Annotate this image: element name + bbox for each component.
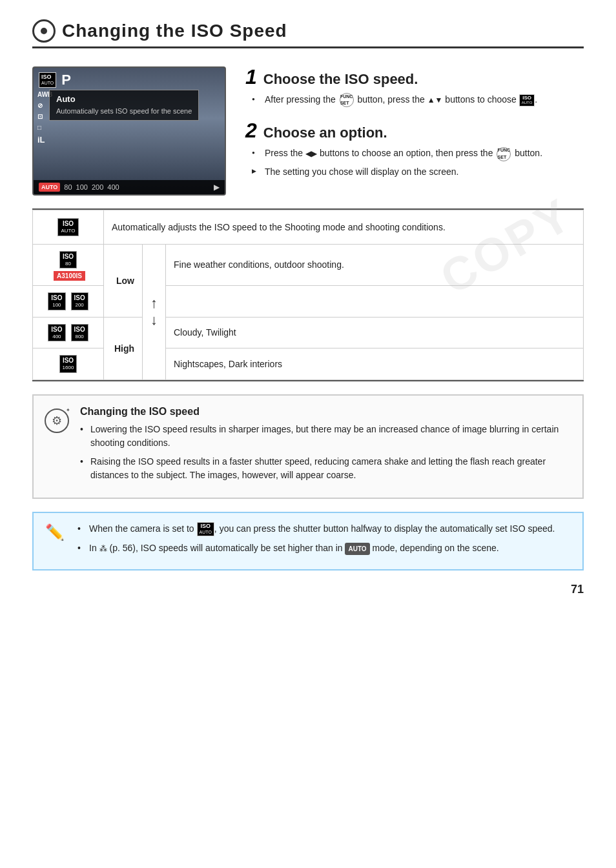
- iso-auto-badge-table: ISOAUTO: [57, 218, 78, 236]
- iso-200-badge: ISO200: [71, 292, 88, 310]
- tips-box: ⚙ Changing the ISO speed Lowering the IS…: [32, 394, 584, 499]
- step2-header: 2 Choose an option.: [245, 120, 584, 141]
- step2: 2 Choose an option. Press the ◀▶ buttons…: [245, 120, 584, 178]
- scene-mode-icon: ⁂: [99, 543, 107, 554]
- camera-mode-p: P: [61, 72, 71, 88]
- up-arrow-icon: ↑: [150, 295, 158, 312]
- iso-1600-label: ISO1600: [33, 348, 104, 380]
- iso-400-800-desc: Cloudy, Twilight: [166, 317, 584, 348]
- iso-1600-badge: ISO1600: [59, 355, 77, 373]
- iso-80-badge: ISO80: [59, 251, 77, 269]
- func-set-btn2-icon: FUNCSET: [497, 147, 511, 161]
- iso-auto-label-cell: ISOAUTO: [33, 210, 104, 245]
- iso-100: 100: [76, 183, 88, 191]
- step1-number: 1: [245, 66, 257, 87]
- auto-mode-badge: AUTO: [345, 543, 369, 555]
- circle-inner: [41, 28, 47, 34]
- step1-bullets: After pressing the FUNCSET button, press…: [245, 93, 584, 107]
- step2-bullet1: Press the ◀▶ buttons to choose an option…: [252, 146, 584, 161]
- iso-800-badge: ISO800: [71, 324, 88, 342]
- tips-list: Lowering the ISO speed results in sharpe…: [80, 423, 570, 482]
- a3100is-badge: A3100IS: [54, 271, 85, 281]
- level-low: Low: [104, 244, 143, 317]
- iso-table-section: ISOAUTO Automatically adjusts the ISO sp…: [32, 208, 584, 381]
- iso-low-row: ISO80 A3100IS Low ↑ ↓ Fine weather condi…: [33, 244, 584, 286]
- header-circle-icon: [32, 19, 56, 43]
- arrow-right-icon: ▶: [214, 183, 220, 192]
- notes-icon: ✏️: [45, 522, 68, 560]
- iso-auto-btn: AUTO: [39, 183, 60, 192]
- step1-bullet1: After pressing the FUNCSET button, press…: [252, 93, 584, 107]
- tips-gear-icon: ⚙: [45, 409, 69, 433]
- iso-auto-note-icon: ISOAUTO: [197, 522, 214, 536]
- note-item-1: When the camera is set to ISOAUTO, you c…: [77, 522, 555, 536]
- tip-item-2: Raising the ISO speed results in a faste…: [80, 455, 570, 482]
- quality-icon: iL: [37, 135, 52, 145]
- iso-400-800-row: ISO400 ISO800 High Cloudy, Twilight: [33, 317, 584, 348]
- iso-400-800-label: ISO400 ISO800: [33, 317, 104, 348]
- up-down-arrow-icon: ▲▼: [427, 96, 443, 105]
- step2-bullet2: The setting you chose will display on th…: [252, 165, 584, 179]
- iso-auto-desc-cell: Automatically adjusts the ISO speed to t…: [104, 210, 584, 245]
- iso-auto-inline-icon: ISOAUTO: [519, 94, 535, 106]
- iso-400-badge: ISO400: [48, 324, 65, 342]
- iso-1600-desc: Nightscapes, Dark interiors: [166, 348, 584, 380]
- camera-top-bar: ISOAUTO P: [34, 68, 225, 92]
- camera-screen: ISOAUTO P AWB ⊘ ⊡ □ iL Auto Automaticall…: [34, 68, 225, 194]
- down-arrow-icon: ↓: [150, 312, 158, 328]
- step2-number: 2: [245, 120, 257, 141]
- iso-auto-badge: ISOAUTO: [39, 72, 56, 87]
- iso-100-badge: ISO100: [48, 292, 65, 310]
- iso-100-200-label: ISO100 ISO200: [33, 286, 104, 318]
- tips-content: Changing the ISO speed Lowering the ISO …: [80, 406, 570, 487]
- iso-low-desc: Fine weather conditions, outdoor shootin…: [166, 244, 584, 286]
- iso-table: ISOAUTO Automatically adjusts the ISO sp…: [32, 210, 584, 380]
- menu-selected-item: Auto: [56, 94, 192, 104]
- camera-bottom-bar: AUTO 80 100 200 400 ▶: [34, 180, 225, 194]
- page-container: COPY Changing the ISO Speed ISOAUTO P AW…: [0, 0, 616, 609]
- iso-80-label: ISO80 A3100IS: [33, 244, 104, 286]
- tips-title: Changing the ISO speed: [80, 406, 570, 418]
- camera-menu-popup: Auto Automatically sets ISO speed for th…: [49, 90, 199, 121]
- func-set-btn-icon: FUNCSET: [340, 93, 354, 107]
- pencil-icon: ✏️: [45, 523, 65, 541]
- page-title: Changing the ISO Speed: [62, 21, 287, 41]
- page-header: Changing the ISO Speed: [32, 19, 584, 48]
- note-item-2: In ⁂ (p. 56), ISO speeds will automatica…: [77, 541, 555, 555]
- left-right-arrow-icon: ◀▶: [305, 150, 317, 159]
- tip-item-1: Lowering the ISO speed results in sharpe…: [80, 423, 570, 450]
- timer-icon: □: [37, 124, 52, 131]
- notes-content: When the camera is set to ISOAUTO, you c…: [77, 522, 555, 560]
- camera-screenshot: ISOAUTO P AWB ⊘ ⊡ □ iL Auto Automaticall…: [32, 66, 226, 196]
- notes-box: ✏️ When the camera is set to ISOAUTO, yo…: [32, 512, 584, 570]
- iso-400: 400: [107, 183, 119, 191]
- level-arrow-up: ↑ ↓: [143, 244, 166, 379]
- iso-auto-row: ISOAUTO Automatically adjusts the ISO sp…: [33, 210, 584, 245]
- step1: 1 Choose the ISO speed. After pressing t…: [245, 66, 584, 107]
- iso-100-200-desc: [166, 286, 584, 318]
- notes-list: When the camera is set to ISOAUTO, you c…: [77, 522, 555, 555]
- instructions-panel: 1 Choose the ISO speed. After pressing t…: [245, 66, 584, 196]
- step2-bullets: Press the ◀▶ buttons to choose an option…: [245, 146, 584, 178]
- main-content: ISOAUTO P AWB ⊘ ⊡ □ iL Auto Automaticall…: [32, 66, 584, 196]
- iso-200: 200: [92, 183, 103, 191]
- tips-icon: ⚙: [44, 406, 70, 487]
- step2-title: Choose an option.: [263, 125, 387, 141]
- menu-description: Automatically sets ISO speed for the sce…: [56, 106, 192, 116]
- level-high: High: [104, 317, 143, 379]
- step1-header: 1 Choose the ISO speed.: [245, 66, 584, 88]
- iso-80: 80: [64, 183, 72, 191]
- page-number: 71: [571, 583, 584, 596]
- step1-title: Choose the ISO speed.: [263, 71, 418, 88]
